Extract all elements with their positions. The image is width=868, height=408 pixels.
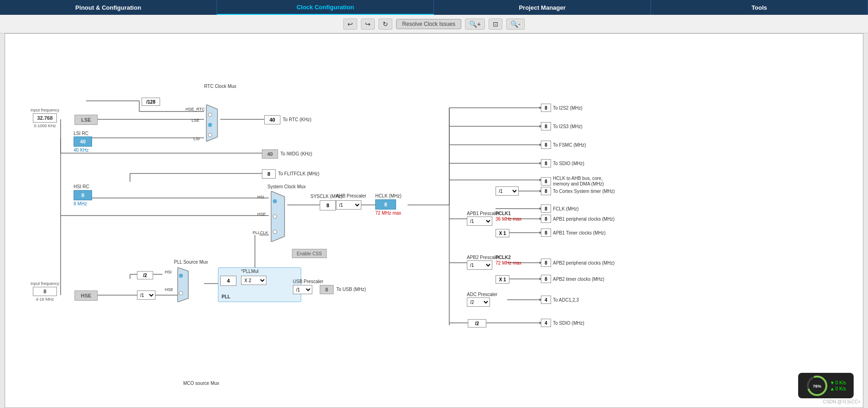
apb1-prescaler-label: APB1 Prescaler (467, 211, 500, 216)
apb2-per-label: APB2 peripheral clocks (MHz) (553, 260, 614, 266)
fsmc-label: To FSMC (MHz) (553, 142, 586, 148)
apb2-prescaler-select[interactable]: /1 (467, 260, 492, 270)
hse-div128[interactable]: /128 (142, 98, 160, 106)
hclk-value[interactable]: 8 (375, 199, 396, 210)
hclk-label: HCLK (MHz) (375, 193, 402, 198)
watermark: CSDN @可乐CC+ (823, 399, 861, 405)
i2s2-label: To I2S2 (MHz) (553, 105, 583, 111)
i2s3-value[interactable]: 8 (541, 122, 551, 130)
sys-mux[interactable] (267, 191, 288, 242)
svg-point-64 (273, 199, 277, 203)
apb2-per-value[interactable]: 8 (541, 259, 551, 267)
connection-lines (5, 34, 863, 408)
pclk1-label: PCLK1 (496, 211, 511, 216)
fclk-value[interactable]: 8 (541, 204, 551, 213)
svg-point-62 (208, 133, 212, 137)
svg-point-66 (273, 230, 277, 234)
hsi-div2[interactable]: /2 (137, 271, 153, 279)
i2s2-value[interactable]: 8 (541, 104, 551, 112)
hsi-sys-label: HSI (257, 195, 264, 199)
top-nav: Pinout & Configuration Clock Configurati… (0, 0, 868, 15)
ahb-prescaler-select[interactable]: /1 (336, 200, 361, 210)
fsmc-value[interactable]: 8 (541, 141, 551, 149)
lse-block[interactable]: LSE (74, 115, 98, 125)
apb2-timer-output: 8 APB2 timer clocks (MHz) (541, 275, 604, 283)
i2s2-output: 8 To I2S2 (MHz) (541, 104, 583, 112)
lsi-rc-label: LSI RC (74, 131, 88, 136)
apb2-x1[interactable]: X 1 (496, 275, 509, 284)
rtc-value[interactable]: 40 (264, 115, 280, 124)
resolve-button[interactable]: Resolve Clock Issues (396, 19, 461, 29)
apb2-per-output: 8 APB2 peripheral clocks (MHz) (541, 259, 614, 267)
svg-point-69 (179, 291, 183, 295)
nav-pinout[interactable]: Pinout & Configuration (0, 0, 217, 15)
hclk-max: 72 MHz max (375, 210, 401, 216)
sdio2-value[interactable]: 8 (541, 159, 551, 167)
pll-hse-div-select[interactable]: /1 (137, 291, 155, 300)
fsmc-output: 8 To FSMC (MHz) (541, 141, 586, 149)
apb1-x1[interactable]: X 1 (496, 229, 509, 237)
adc-prescaler-select[interactable]: /2 (467, 297, 490, 307)
input-freq-top: Input frequency 32.768 0-1000 KHz (31, 108, 59, 128)
sys-mux-label: System Clock Mux (267, 184, 306, 189)
input-freq-bottom-value[interactable]: 8 (33, 287, 57, 296)
fclk-label: FCLK (MHz) (553, 206, 579, 211)
svg-point-65 (273, 215, 277, 218)
nav-project[interactable]: Project Manager (434, 0, 651, 15)
fit-button[interactable]: ⊡ (489, 19, 502, 30)
hclk-ahb-value[interactable]: 8 (541, 177, 551, 185)
cortex-value[interactable]: 8 (541, 187, 551, 195)
hsi-freq: 8 MHz (74, 201, 87, 206)
sysclk-value[interactable]: 8 (320, 200, 336, 210)
apb2-prescaler-label: APB2 Prescaler (467, 255, 500, 260)
svg-point-60 (208, 113, 212, 117)
svg-text:76%: 76% (813, 384, 821, 389)
refresh-button[interactable]: ↻ (378, 19, 392, 30)
pll-label: PLL (222, 294, 230, 299)
zoom-in-button[interactable]: 🔍+ (465, 19, 485, 30)
mco-mux-label: MCO source Mux (183, 381, 219, 386)
usb-label: To USB (MHz) (336, 287, 366, 292)
redo-button[interactable]: ↪ (361, 19, 375, 30)
adc-value[interactable]: 4 (541, 296, 551, 304)
gauge-stat-up: ▲ 0 K/s (830, 386, 846, 391)
flit-label: To FLITFCLK (MHz) (278, 171, 319, 176)
usb-value[interactable]: 8 (320, 285, 334, 294)
enable-css-btn[interactable]: Enable CSS (292, 249, 327, 258)
sdio-value[interactable]: 4 (541, 319, 551, 327)
usb-prescaler-select[interactable]: /1 (293, 285, 312, 294)
sdio-div2[interactable]: /2 (468, 319, 486, 328)
zoom-out-button[interactable]: 🔍- (506, 19, 525, 30)
pll-hsi-label: HSI (165, 270, 172, 274)
cortex-label: To Cortex System timer (MHz) (553, 189, 615, 194)
main-area: Input frequency 32.768 0-1000 KHz LSE LS… (5, 33, 863, 408)
apb2-timer-value[interactable]: 8 (541, 275, 551, 283)
iwdg-value[interactable]: 40 (262, 149, 278, 159)
apb1-per-output: 8 APB1 peripheral clocks (MHz) (541, 215, 614, 223)
apb1-timer-value[interactable]: 8 (541, 229, 551, 237)
nav-clock[interactable]: Clock Configuration (217, 0, 434, 15)
cortex-div-select[interactable]: /1 (496, 186, 519, 196)
rtc-mux[interactable] (203, 105, 221, 142)
lse-input-label: LSE (192, 118, 199, 123)
apb1-per-value[interactable]: 8 (541, 215, 551, 223)
apb1-prescaler-select[interactable]: /1 (467, 216, 492, 226)
gauge-chart: 76% (806, 375, 828, 397)
lsi-rc-value[interactable]: 40 (74, 136, 92, 147)
rtc-label: To RTC (KHz) (283, 117, 311, 122)
flit-value[interactable]: 8 (262, 169, 276, 179)
lsi-freq: 40 KHz (74, 148, 89, 153)
hsi-value[interactable]: 8 (74, 190, 92, 200)
input-freq-top-value[interactable]: 32.768 (33, 113, 57, 123)
undo-button[interactable]: ↩ (343, 19, 357, 30)
pll-value[interactable]: 4 (220, 276, 236, 286)
nav-tools[interactable]: Tools (651, 0, 868, 15)
hse-block[interactable]: HSE (74, 291, 98, 301)
pllmul-label: *PLLMul (241, 269, 259, 274)
sdio-label: To SDIO (MHz) (553, 321, 584, 326)
pll-src-mux[interactable] (175, 267, 191, 302)
lsi-input-label: LSI (193, 136, 200, 141)
pll-mul-select[interactable]: X 2 (241, 276, 267, 285)
hsi-rc-label: HSI RC (74, 184, 89, 189)
clock-canvas: Input frequency 32.768 0-1000 KHz LSE LS… (5, 34, 863, 408)
